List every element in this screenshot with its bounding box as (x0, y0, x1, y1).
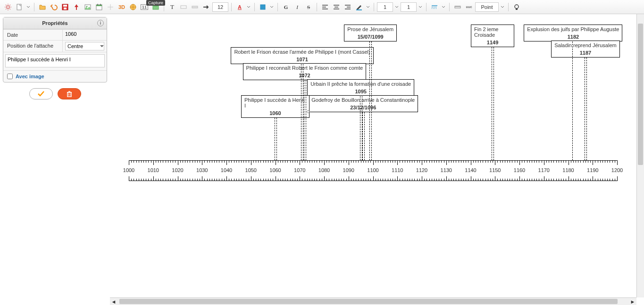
bold-icon[interactable]: G (281, 2, 291, 12)
axis-label: 1190 (587, 167, 598, 173)
svg-rect-16 (96, 5, 102, 6)
text-color-icon[interactable]: A (234, 2, 245, 12)
line-width-input[interactable]: 1 (401, 2, 417, 12)
timeline-canvas[interactable]: 1000101010201030104010501060107010801090… (110, 14, 636, 297)
underline-strike-icon[interactable]: S (303, 2, 314, 12)
bulb-icon[interactable] (511, 2, 522, 12)
svg-rect-34 (356, 9, 362, 10)
event-box[interactable]: Explusion des juifs par Philippe Auguste… (524, 25, 622, 41)
italic-icon[interactable]: I (292, 2, 302, 12)
scroll-right-icon[interactable]: ► (629, 298, 636, 305)
undo-icon[interactable] (49, 2, 59, 12)
3d-button[interactable]: 3D (117, 2, 127, 12)
axis-label: 1150 (489, 167, 501, 173)
chevron-down-icon[interactable] (246, 2, 251, 12)
chevron-down-icon[interactable] (269, 2, 275, 12)
end-style-select[interactable]: Point (475, 2, 499, 12)
align-center-icon[interactable] (331, 2, 342, 12)
align-left-icon[interactable] (320, 2, 330, 12)
horizontal-scrollbar[interactable]: ◄ ► (110, 297, 636, 305)
event-title: Fin 2 ieme Croisade (471, 25, 514, 39)
axis-label: 1170 (538, 167, 550, 173)
event-box[interactable]: Fin 2 ieme Croisade1149 (471, 25, 514, 47)
globe-icon[interactable] (128, 2, 138, 12)
event-box[interactable]: Philippe I reconnaît Robert le Frison co… (243, 63, 367, 80)
event-stem (275, 118, 275, 160)
axis-label: 1010 (148, 167, 159, 173)
svg-rect-23 (192, 6, 198, 8)
properties-panel: Propriétés i Date Position de l'attache … (3, 17, 107, 82)
caption-icon[interactable] (178, 2, 189, 12)
folder-open-icon[interactable] (37, 2, 48, 12)
with-image-checkbox[interactable] (7, 74, 13, 79)
text-tool-icon[interactable]: T (167, 2, 177, 12)
event-box[interactable]: Saladin reprend Jérusalem1187 (551, 41, 619, 58)
period-icon[interactable] (190, 2, 200, 12)
svg-line-8 (10, 5, 11, 6)
event-title: Saladin reprend Jérusalem (552, 41, 619, 49)
axis-label: 1140 (465, 167, 476, 173)
svg-point-0 (7, 6, 9, 8)
background-color-icon[interactable] (258, 2, 268, 12)
new-doc-icon[interactable] (14, 2, 25, 12)
align-arrows-icon[interactable] (105, 2, 116, 12)
event-stem (362, 112, 363, 160)
axis-label: 1090 (343, 167, 354, 173)
pdf-icon[interactable] (71, 2, 82, 12)
date-input[interactable] (65, 31, 104, 37)
chevron-down-icon[interactable] (418, 2, 423, 12)
svg-rect-12 (64, 8, 67, 9)
event-title: Philippe I succède à Henri I (242, 96, 309, 110)
image-icon[interactable] (83, 2, 93, 12)
gear-icon[interactable] (3, 2, 13, 12)
attach-select[interactable]: Centre (65, 42, 104, 50)
arrow-right-icon[interactable] (201, 2, 211, 12)
event-box[interactable]: Prose de Jérusalem15/07/1099 (344, 25, 397, 41)
event-stem (585, 58, 585, 160)
confirm-button[interactable] (29, 88, 53, 99)
chevron-down-icon[interactable] (25, 2, 31, 12)
align-right-icon[interactable] (343, 2, 353, 12)
info-icon[interactable]: i (97, 20, 104, 26)
save-icon[interactable] (60, 2, 70, 12)
axis-label: 1000 (123, 167, 134, 173)
chevron-down-icon[interactable] (365, 2, 371, 12)
ruler-icon[interactable] (452, 2, 463, 12)
svg-rect-11 (63, 5, 67, 7)
vertical-scrollbar[interactable] (636, 14, 644, 297)
axis-label: 1040 (221, 167, 232, 173)
chevron-down-icon[interactable] (394, 2, 400, 12)
scroll-left-icon[interactable]: ◄ (110, 298, 117, 305)
line-style-icon[interactable] (429, 2, 440, 12)
svg-point-14 (86, 6, 88, 7)
border-width-input[interactable]: 1 (377, 2, 393, 12)
capture-icon[interactable]: Capture (151, 2, 161, 12)
chevron-down-icon[interactable] (500, 2, 505, 12)
calendar-icon[interactable] (94, 2, 104, 12)
event-box[interactable]: Urbain II prêche la formation d'une croi… (307, 79, 414, 96)
svg-rect-24 (260, 5, 265, 9)
axis-label: 1110 (392, 167, 403, 173)
event-stem (572, 41, 573, 160)
axis-label: 1120 (416, 167, 427, 173)
description-textarea[interactable]: Philippe I succède à Henri I (5, 54, 105, 67)
chevron-down-icon[interactable] (441, 2, 446, 12)
event-box[interactable]: Godefroy de Bouillon arrive à Constantin… (308, 95, 418, 112)
axis-label: 1020 (172, 167, 183, 173)
axis-label: 1070 (294, 167, 305, 173)
axis-label: 1080 (318, 167, 330, 173)
svg-rect-22 (181, 6, 186, 8)
event-date: 1149 (471, 39, 514, 47)
border-color-icon[interactable] (354, 2, 364, 12)
event-date: 15/07/1099 (344, 33, 396, 41)
event-box[interactable]: Philippe I succède à Henri I1060 (241, 95, 309, 118)
event-box[interactable]: Robert le Frison écrase l'armée de Phili… (231, 47, 373, 64)
delete-button[interactable] (58, 88, 81, 99)
event-date: 1072 (243, 72, 366, 80)
event-date: 1187 (552, 49, 619, 57)
axis-label: 1030 (196, 167, 208, 173)
svg-line-5 (6, 5, 7, 6)
event-date: 23/12/1096 (309, 104, 418, 112)
font-size-input[interactable]: 12 (212, 2, 228, 12)
axis-style-icon[interactable]: uuc (464, 2, 474, 12)
